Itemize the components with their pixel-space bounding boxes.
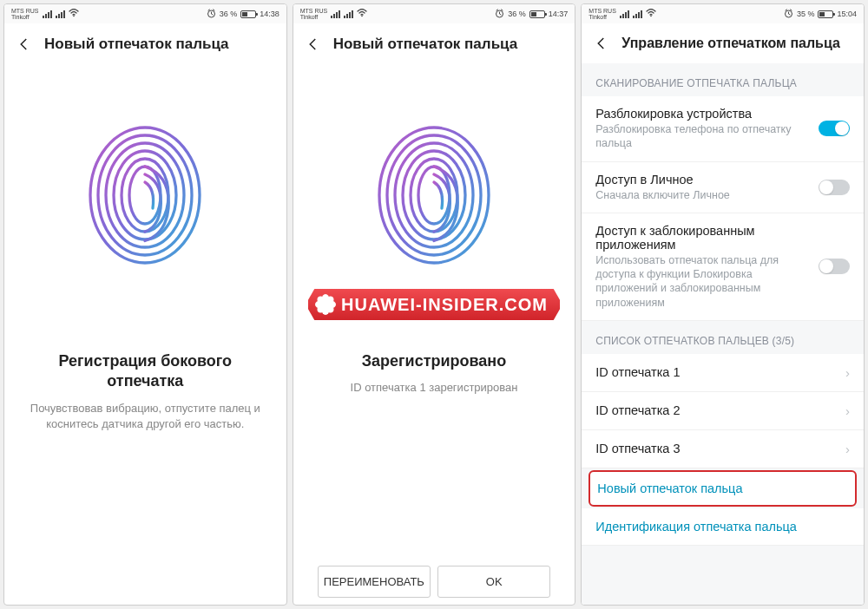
watermark-badge: HUAWEI-INSIDER.COM [306,286,562,323]
setting-title: Разблокировка устройства [595,107,810,121]
clock-text: 14:38 [260,10,279,18]
fingerprint-row-2[interactable]: ID отпечатка 2 › [582,392,864,430]
fingerprint-icon [80,117,210,273]
setting-private-safe[interactable]: Доступ в Личное Сначала включите Личное [582,162,864,213]
huawei-logo-icon [315,294,336,315]
back-icon[interactable] [16,36,32,52]
setting-title: Доступ к заблокированным приложениям [595,224,810,252]
battery-icon [529,10,545,18]
back-icon[interactable] [594,36,609,51]
alarm-icon [207,9,216,20]
fingerprint-row-1[interactable]: ID отпечатка 1 › [582,354,864,392]
wifi-icon [357,9,367,19]
clock-text: 15:04 [837,10,857,18]
battery-icon [240,10,256,18]
carrier-label: MTS RUS Tinkoff [300,8,328,20]
toggle-switch[interactable] [819,259,850,274]
battery-text: 36 % [220,10,238,18]
identify-fingerprint-link[interactable]: Идентификация отпечатка пальца [582,508,864,546]
battery-text: 36 % [508,10,526,18]
back-icon[interactable] [306,36,321,52]
signal-icon [331,10,340,18]
screen-fingerprint-management: MTS RUS Tinkoff 35 % 15:04 Управление от… [581,3,865,606]
chevron-right-icon: › [845,403,850,418]
fingerprint-icon [369,117,499,273]
fingerprint-row-3[interactable]: ID отпечатка 3 › [582,430,864,468]
battery-text: 35 % [797,10,815,18]
registered-heading: Зарегистрировано [362,351,506,371]
fingerprint-label: ID отпечатка 3 [595,442,680,455]
battery-icon [818,10,833,18]
setting-unlock-device[interactable]: Разблокировка устройства Разблокировка т… [582,96,864,162]
registered-sub: ID отпечатка 1 зарегистрирован [351,380,518,396]
ok-button[interactable]: OK [437,566,550,598]
page-title: Новый отпечаток пальца [333,36,518,53]
svg-point-16 [650,16,652,17]
title-bar: Новый отпечаток пальца [4,23,286,65]
svg-point-11 [387,135,481,255]
signal-icon [620,10,629,18]
toggle-switch[interactable] [819,121,850,136]
clock-text: 14:37 [549,10,569,18]
signal-icon [43,10,52,18]
status-bar: MTS RUS Tinkoff 35 % 15:04 [582,4,864,23]
setting-app-lock[interactable]: Доступ к заблокированным приложениям Исп… [582,213,864,321]
signal-icon-2 [344,10,353,18]
setting-sub: Сначала включите Личное [595,188,810,202]
title-bar: Управление отпечатком пальца [582,23,864,63]
carrier-label: MTS RUS Tinkoff [11,8,39,20]
signal-icon-2 [633,10,642,18]
signal-icon-2 [56,10,65,18]
section-fingerprint-list: СПИСОК ОТПЕЧАТКОВ ПАЛЬЦЕВ (3/5) [582,321,864,354]
svg-point-0 [73,16,75,17]
fingerprint-label: ID отпечатка 1 [595,365,680,379]
register-instruction: Почувствовав вибрацию, отпустите палец и… [22,401,269,432]
toggle-switch[interactable] [819,180,850,195]
setting-title: Доступ в Личное [595,173,810,187]
svg-point-3 [98,135,192,255]
alarm-icon [784,9,793,20]
register-heading: Регистрация бокового отпечатка [22,351,269,392]
new-fingerprint-link[interactable]: Новый отпечаток пальца [589,470,857,507]
setting-sub: Разблокировка телефона по отпечатку паль… [595,122,810,151]
fingerprint-label: ID отпечатка 2 [595,403,680,417]
rename-button[interactable]: ПЕРЕИМЕНОВАТЬ [318,566,431,598]
page-title: Управление отпечатком пальца [621,36,840,51]
alarm-icon [495,9,504,20]
page-title: Новый отпечаток пальца [44,36,229,53]
status-bar: MTS RUS Tinkoff 36 % 14:37 [293,4,575,23]
section-scan: СКАНИРОВАНИЕ ОТПЕЧАТКА ПАЛЬЦА [582,63,864,96]
title-bar: Новый отпечаток пальца [293,23,575,65]
chevron-right-icon: › [845,365,850,380]
chevron-right-icon: › [845,442,850,456]
wifi-icon [69,9,79,19]
setting-sub: Использовать отпечаток пальца для доступ… [595,253,810,310]
screen-new-fingerprint-register: MTS RUS Tinkoff 36 % 14:38 Новый отпечат… [3,3,287,606]
svg-point-8 [361,16,363,17]
status-bar: MTS RUS Tinkoff 36 % 14:38 [4,4,286,23]
watermark-text: HUAWEI-INSIDER.COM [341,295,548,315]
wifi-icon [646,9,656,19]
carrier-label: MTS RUS Tinkoff [589,8,616,20]
